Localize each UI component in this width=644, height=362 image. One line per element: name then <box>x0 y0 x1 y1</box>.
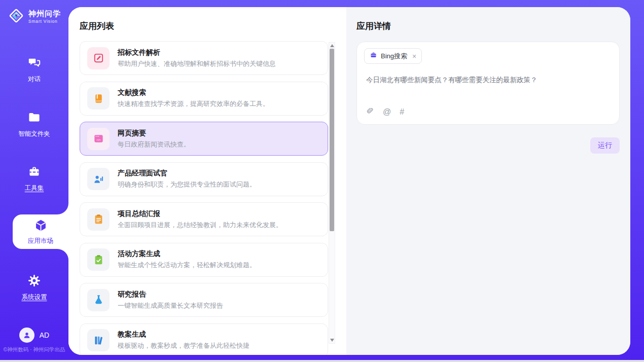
browser-code-icon: </> <box>87 128 110 150</box>
active-tab-notch <box>57 203 68 214</box>
app-card-desc: 明确身份和职责，为您提供专业性的面试问题。 <box>118 180 256 189</box>
sidebar-item-toolbox[interactable]: 工具集 <box>0 165 68 193</box>
copyright-footer: ©神州数码 · 神州问学出品 <box>0 346 68 353</box>
app-card-desc: 快速精准查找学术资源，提高研究效率的必备工具。 <box>118 99 269 108</box>
hash-icon[interactable]: # <box>400 108 404 116</box>
gem-logo-icon <box>8 7 25 26</box>
scroll-up-icon[interactable] <box>329 43 335 49</box>
app-card-title: 教案生成 <box>118 330 249 339</box>
app-card-desc: 模板驱动，教案秒成，教学准备从此轻松快捷 <box>118 341 249 350</box>
window-bottom-edge <box>0 360 644 362</box>
paperclip-icon[interactable] <box>366 107 374 117</box>
app-card-desc: 全面回顾项目进展，总结经验教训，助力未来优化发展。 <box>118 221 282 230</box>
app-card-research-report[interactable]: 研究报告 一键智能生成高质量长文本研究报告 <box>80 283 328 317</box>
app-card-title: 产品经理面试官 <box>118 169 256 178</box>
app-list-panel: 应用列表 招标文件解析 帮助用户快速、准确地理解和解析招标书中的关键信息 <box>68 7 346 355</box>
brand-name: 神州问学 <box>28 10 61 18</box>
app-detail-title: 应用详情 <box>356 20 391 32</box>
svg-text:</>: </> <box>96 138 101 141</box>
tool-tag-bing-search[interactable]: Bing搜索 × <box>364 48 422 64</box>
app-card-title: 项目总结汇报 <box>118 209 282 219</box>
book-icon <box>87 87 110 110</box>
app-card-desc: 一键智能生成高质量长文本研究报告 <box>118 301 223 310</box>
prompt-input[interactable]: 今日湖北有哪些新闻要点？有哪些需要关注的最新政策？ <box>366 75 610 86</box>
brand-logo: 神州问学 Smart Vision <box>0 7 68 26</box>
app-card-desc: 帮助用户快速、准确地理解和解析招标书中的关键信息 <box>118 59 276 68</box>
app-card-title: 文献搜索 <box>118 88 269 97</box>
chat-icon <box>27 62 41 71</box>
report-note-icon <box>87 208 110 231</box>
app-detail-panel: 应用详情 Bing搜索 × 今日湖北有哪些新闻要点？有哪些需要关注的最新政策？ <box>346 7 630 355</box>
cube-icon <box>33 218 48 235</box>
app-card-event-plan[interactable]: 活动方案生成 智能生成个性化活动方案，轻松解决规划难题。 <box>80 243 328 277</box>
sidebar-item-chat[interactable]: 对话 <box>0 56 68 84</box>
sidebar-item-label: 应用市场 <box>28 237 53 245</box>
interviewer-icon <box>87 168 110 190</box>
briefcase-icon <box>370 51 377 61</box>
sidebar-item-app-market[interactable]: 应用市场 <box>13 214 68 249</box>
run-button[interactable]: 运行 <box>590 137 620 154</box>
app-card-title: 活动方案生成 <box>118 249 256 259</box>
sidebar-item-label: 系统设置 <box>0 293 68 302</box>
sidebar-item-smart-folder[interactable]: 智能文件夹 <box>0 111 68 138</box>
sidebar-item-label: 对话 <box>0 75 68 84</box>
sidebar-item-label: 智能文件夹 <box>0 130 68 138</box>
avatar <box>19 328 34 343</box>
app-card-lesson-plan[interactable]: 教案生成 模板驱动，教案秒成，教学准备从此轻松快捷 <box>80 323 328 355</box>
app-card-desc: 智能生成个性化活动方案，轻松解决规划难题。 <box>118 261 256 270</box>
folder-icon <box>27 117 41 126</box>
active-tab-notch <box>57 249 68 260</box>
app-card-title: 网页摘要 <box>118 129 190 138</box>
prompt-card: Bing搜索 × 今日湖北有哪些新闻要点？有哪些需要关注的最新政策？ @ # <box>356 42 620 125</box>
app-card-project-summary[interactable]: 项目总结汇报 全面回顾项目进展，总结经验教训，助力未来优化发展。 <box>80 202 328 236</box>
main-content: 应用列表 招标文件解析 帮助用户快速、准确地理解和解析招标书中的关键信息 <box>68 7 630 355</box>
brand-subtitle: Smart Vision <box>28 19 61 24</box>
scrollbar-thumb[interactable] <box>330 49 334 231</box>
plan-check-icon <box>87 248 110 271</box>
sidebar: 神州问学 Smart Vision 对话 智能文件夹 <box>0 0 68 360</box>
gear-icon <box>27 280 41 289</box>
tool-tag-label: Bing搜索 <box>381 52 407 61</box>
app-card-web-summary[interactable]: </> 网页摘要 每日政府新闻资讯快查。 <box>80 122 328 156</box>
app-card-bid-analysis[interactable]: 招标文件解析 帮助用户快速、准确地理解和解析招标书中的关键信息 <box>80 41 328 75</box>
sidebar-item-settings[interactable]: 系统设置 <box>0 274 68 302</box>
list-scrollbar[interactable] <box>329 42 335 344</box>
prompt-toolbar: @ # <box>366 107 404 117</box>
mention-icon[interactable]: @ <box>383 108 391 116</box>
app-card-list: 招标文件解析 帮助用户快速、准确地理解和解析招标书中的关键信息 文献搜索 快速精… <box>80 41 328 355</box>
app-card-title: 招标文件解析 <box>118 48 276 57</box>
flask-icon <box>87 289 110 311</box>
app-card-literature-search[interactable]: 文献搜索 快速精准查找学术资源，提高研究效率的必备工具。 <box>80 82 328 116</box>
edit-document-icon <box>87 47 110 69</box>
app-list-title: 应用列表 <box>80 20 114 32</box>
app-card-title: 研究报告 <box>118 290 223 299</box>
toolbox-icon <box>27 171 41 180</box>
app-card-desc: 每日政府新闻资讯快查。 <box>118 140 190 149</box>
close-icon[interactable]: × <box>412 53 416 60</box>
app-card-pm-interviewer[interactable]: 产品经理面试官 明确身份和职责，为您提供专业性的面试问题。 <box>80 162 328 196</box>
books-icon <box>87 329 110 351</box>
scroll-down-icon[interactable] <box>329 337 335 343</box>
user-name: AD <box>40 331 49 339</box>
sidebar-item-label: 工具集 <box>0 184 68 193</box>
user-account[interactable]: AD <box>0 328 68 343</box>
